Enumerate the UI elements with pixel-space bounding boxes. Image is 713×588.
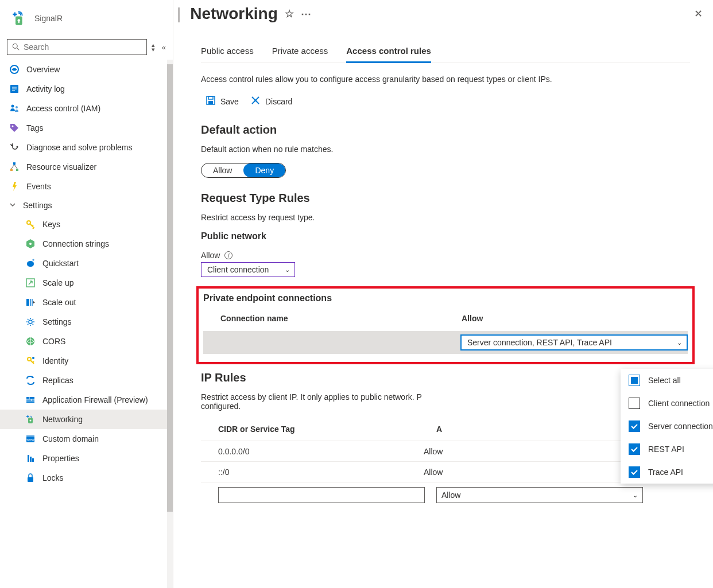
nav-cors[interactable]: CORS bbox=[0, 332, 167, 351]
sidebar-scrollbar[interactable] bbox=[167, 60, 173, 588]
visualizer-icon bbox=[9, 162, 20, 172]
default-action-toggle: Allow Deny bbox=[201, 163, 286, 178]
nav-settings-group[interactable]: Settings bbox=[0, 196, 167, 215]
ip-table: CIDR or Service Tag A 0.0.0.0/0 Allow ••… bbox=[201, 420, 690, 508]
ip-desc-part1: Restrict access by client IP. It only ap… bbox=[201, 392, 422, 402]
search-sort-icon[interactable]: ▴▾ bbox=[152, 42, 155, 52]
svg-rect-40 bbox=[28, 477, 33, 482]
nav-label: Activity log bbox=[26, 84, 65, 94]
ip-row: ::/0 Allow ••• bbox=[201, 461, 690, 482]
main-content: | Networking ☆ ⋯ ✕ Public access Private… bbox=[173, 0, 713, 588]
discard-label: Discard bbox=[265, 97, 292, 106]
nav-quickstart[interactable]: Quickstart bbox=[0, 254, 167, 273]
scale-up-icon bbox=[25, 278, 36, 288]
svg-rect-35 bbox=[26, 435, 34, 437]
option-label: Server connection bbox=[648, 422, 713, 431]
discard-button[interactable]: Discard bbox=[250, 95, 292, 107]
nav-keys[interactable]: Keys bbox=[0, 215, 167, 234]
private-endpoint-highlight: Private endpoint connections Connection … bbox=[196, 286, 695, 364]
nav-label: Events bbox=[26, 182, 51, 191]
gear-icon bbox=[25, 317, 36, 327]
option-select-all[interactable]: Select all bbox=[621, 369, 713, 392]
nav-overview[interactable]: Overview bbox=[0, 60, 167, 79]
nav-custom-domain[interactable]: www Custom domain bbox=[0, 429, 167, 449]
info-icon[interactable]: i bbox=[224, 251, 232, 259]
star-icon[interactable]: ☆ bbox=[285, 7, 294, 20]
tab-private-access[interactable]: Private access bbox=[272, 42, 328, 63]
collapse-sidebar-icon[interactable]: « bbox=[160, 43, 168, 52]
firewall-icon bbox=[25, 395, 36, 405]
ip-allow-value: Allow bbox=[424, 447, 630, 456]
identity-icon bbox=[25, 356, 36, 366]
replicas-icon bbox=[25, 375, 36, 385]
connection-strings-icon bbox=[25, 239, 36, 249]
pill-deny[interactable]: Deny bbox=[243, 163, 285, 177]
search-box[interactable] bbox=[7, 39, 147, 55]
checkbox-checked bbox=[629, 443, 640, 455]
quickstart-icon bbox=[25, 258, 36, 268]
ip-allow-value: Allow bbox=[424, 468, 630, 477]
option-rest-api[interactable]: REST API bbox=[621, 438, 713, 461]
nav-tags[interactable]: Tags bbox=[0, 118, 167, 138]
access-control-icon bbox=[9, 103, 20, 114]
svg-rect-42 bbox=[208, 96, 213, 99]
nav-locks[interactable]: Locks bbox=[0, 468, 167, 488]
nav-app-firewall[interactable]: Application Firewall (Preview) bbox=[0, 390, 167, 410]
resource-name: SignalR bbox=[34, 14, 63, 23]
dropdown-value: Client connection bbox=[207, 265, 269, 274]
rules-description: Access control rules allow you to config… bbox=[201, 75, 690, 84]
option-server-connection[interactable]: Server connection bbox=[621, 415, 713, 438]
option-trace-api[interactable]: Trace API bbox=[621, 461, 713, 484]
more-icon[interactable]: ⋯ bbox=[301, 7, 311, 20]
checkbox-checked bbox=[629, 466, 640, 478]
ip-desc: Restrict access by client IP. It only ap… bbox=[201, 392, 690, 411]
events-icon bbox=[9, 181, 20, 192]
nav-replicas[interactable]: Replicas bbox=[0, 371, 167, 390]
nav-scale-up[interactable]: Scale up bbox=[0, 273, 167, 293]
default-action-heading: Default action bbox=[201, 123, 690, 137]
option-client-connection[interactable]: Client connection bbox=[621, 392, 713, 415]
save-button[interactable]: Save bbox=[206, 95, 239, 107]
scrollbar-thumb[interactable] bbox=[167, 64, 173, 512]
nav-properties[interactable]: Properties bbox=[0, 449, 167, 468]
nav-label: Resource visualizer bbox=[26, 162, 96, 172]
nav-connection-strings[interactable]: Connection strings bbox=[0, 234, 167, 254]
cidr-input[interactable] bbox=[218, 487, 425, 503]
public-allow-dropdown[interactable]: Client connection ⌄ bbox=[201, 262, 295, 277]
allow-dropdown[interactable]: Allow ⌄ bbox=[436, 487, 643, 503]
ip-cidr-value: 0.0.0.0/0 bbox=[206, 447, 424, 456]
nav-label: Settings bbox=[23, 201, 52, 210]
allow-label-row: Allow i bbox=[201, 251, 690, 260]
search-row: ▴▾ « bbox=[0, 37, 173, 60]
pe-allow-multiselect[interactable]: Server connection, REST API, Trace API ⌄ bbox=[460, 334, 688, 351]
close-icon[interactable]: ✕ bbox=[694, 7, 703, 20]
nav-events[interactable]: Events bbox=[0, 177, 167, 196]
nav-label: Connection strings bbox=[42, 239, 109, 248]
tab-access-control-rules[interactable]: Access control rules bbox=[346, 42, 431, 63]
svg-text:www: www bbox=[26, 438, 35, 441]
pill-allow[interactable]: Allow bbox=[202, 163, 243, 177]
nav-resource-visualizer[interactable]: Resource visualizer bbox=[0, 157, 167, 177]
search-input[interactable] bbox=[24, 42, 142, 52]
chevron-down-icon: ⌄ bbox=[285, 266, 290, 274]
multiselect-panel: Select all Client connection Server conn… bbox=[621, 369, 713, 484]
svg-point-10 bbox=[16, 106, 18, 108]
toolbar: Save Discard bbox=[201, 95, 690, 107]
nav-diagnose[interactable]: Diagnose and solve problems bbox=[0, 138, 167, 157]
svg-line-17 bbox=[14, 165, 17, 169]
svg-rect-13 bbox=[13, 162, 16, 165]
nav-access-control[interactable]: Access control (IAM) bbox=[0, 99, 167, 118]
nav-settings-item[interactable]: Settings bbox=[0, 312, 167, 332]
cors-icon bbox=[25, 336, 36, 346]
nav-activity-log[interactable]: Activity log bbox=[0, 79, 167, 99]
nav-scale-out[interactable]: Scale out bbox=[0, 293, 167, 312]
public-network-heading: Public network bbox=[201, 231, 690, 242]
tab-public-access[interactable]: Public access bbox=[201, 42, 254, 63]
nav-networking[interactable]: Networking bbox=[0, 410, 167, 429]
chevron-down-icon: ⌄ bbox=[677, 339, 682, 346]
tabs: Public access Private access Access cont… bbox=[201, 42, 690, 63]
page-title: | Networking ☆ ⋯ bbox=[177, 5, 311, 23]
svg-rect-23 bbox=[32, 299, 33, 306]
ip-heading: IP Rules bbox=[201, 371, 690, 384]
nav-identity[interactable]: Identity bbox=[0, 351, 167, 371]
